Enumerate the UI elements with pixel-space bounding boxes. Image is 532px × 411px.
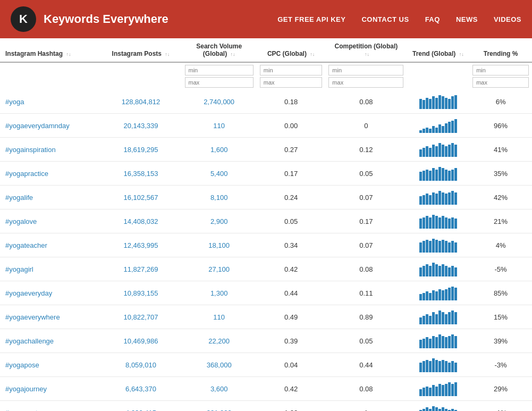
trend-bar: [435, 128, 438, 133]
col-header-trend[interactable]: Trend (Global) ↑↓: [407, 38, 469, 62]
col-header-competition[interactable]: Competition (Global) ↑↓: [325, 38, 407, 62]
cell-posts: 12,463,995: [100, 233, 181, 257]
trend-bar-chart: [412, 333, 464, 348]
cell-cpc: 1.22: [257, 401, 326, 412]
trend-bar: [442, 385, 444, 396]
table-row: #yogaeverywhere10,822,7071100.490.8915%: [0, 305, 532, 329]
cell-competition: 0.05: [325, 162, 407, 186]
trend-bar: [432, 336, 435, 348]
cell-cpc: 0.44: [257, 281, 326, 305]
trend-bar: [435, 194, 438, 205]
sort-icon-hashtag[interactable]: ↑↓: [66, 52, 71, 57]
trend-bar: [451, 241, 454, 253]
trend-bar: [454, 267, 457, 276]
cell-trend: [407, 114, 469, 138]
filter-cpc: [257, 62, 326, 90]
sort-icon-cpc[interactable]: ↑↓: [310, 52, 315, 57]
col-header-posts[interactable]: Instagram Posts ↑↓: [100, 38, 181, 62]
trend-bar: [438, 384, 441, 396]
cell-volume: 2,900: [182, 209, 257, 233]
trend-bar: [451, 311, 454, 324]
trend-bar: [448, 99, 451, 109]
trend-bar: [419, 172, 422, 181]
cell-competition: 0.08: [325, 377, 407, 401]
trend-bar: [429, 171, 432, 181]
trend-bar: [448, 382, 451, 396]
table-row: #yogaeverydamnday20,143,3391100.00096%: [0, 114, 532, 138]
trend-bar: [435, 170, 438, 181]
trend-bar: [432, 145, 435, 157]
nav-videos[interactable]: VIDEOS: [494, 15, 521, 23]
trend-bar: [429, 195, 432, 205]
trend-bar: [442, 360, 444, 372]
trend-bar: [419, 242, 422, 253]
trend-bar: [451, 143, 454, 157]
trend-bar: [435, 240, 438, 253]
nav-faq[interactable]: FAQ: [425, 15, 440, 23]
trend-bar: [445, 146, 447, 157]
trend-bar: [423, 339, 425, 348]
filter-trending: [469, 62, 532, 90]
nav-contact-us[interactable]: CONTACT US: [361, 15, 409, 23]
cell-cpc: 0.42: [257, 257, 326, 281]
trend-bar: [445, 337, 447, 348]
cell-cpc: 0.24: [257, 186, 326, 209]
col-header-hashtag[interactable]: Instagram Hashtag ↑↓: [0, 38, 100, 62]
trend-bar: [454, 145, 457, 157]
cell-posts: 4,926,415: [100, 401, 181, 412]
trend-bar-chart: [412, 190, 464, 205]
cell-volume: 1,300: [182, 281, 257, 305]
cell-competition: 0.44: [325, 353, 407, 377]
cell-volume: 2,740,000: [182, 90, 257, 114]
trend-bar: [426, 314, 428, 325]
trend-bar: [448, 219, 451, 229]
filter-trending-min[interactable]: [472, 65, 529, 76]
nav-news[interactable]: NEWS: [456, 15, 478, 23]
sort-icon-trend[interactable]: ↑↓: [459, 52, 464, 57]
cell-trending-pct: 96%: [469, 114, 532, 138]
col-header-trending[interactable]: Trending %: [469, 38, 532, 62]
trend-bar: [429, 241, 432, 253]
cell-competition: 0.89: [325, 305, 407, 329]
trend-bar: [438, 241, 441, 253]
cell-trending-pct: -3%: [469, 353, 532, 377]
cell-posts: 10,822,707: [100, 305, 181, 329]
trend-bar: [423, 129, 425, 133]
cell-cpc: 0.05: [257, 209, 326, 233]
filter-volume-min[interactable]: [185, 65, 254, 76]
table-row: #yogainspiration18,619,2951,6000.270.124…: [0, 138, 532, 162]
results-table: Instagram Hashtag ↑↓ Instagram Posts ↑↓ …: [0, 38, 532, 411]
filter-cpc-max[interactable]: [260, 77, 323, 88]
trend-bar: [438, 217, 441, 229]
trend-bar-chart: [412, 357, 464, 372]
filter-competition-min[interactable]: [328, 65, 403, 76]
filter-volume-max[interactable]: [185, 77, 254, 88]
trend-bar: [448, 312, 451, 324]
sort-icon-competition[interactable]: ↑↓: [365, 52, 369, 57]
sort-icon-posts[interactable]: ↑↓: [165, 52, 170, 57]
filter-competition: [325, 62, 407, 90]
trend-bar: [445, 361, 447, 372]
trend-bar: [445, 289, 447, 300]
trend-bar: [429, 266, 432, 276]
filter-trending-max[interactable]: [472, 77, 529, 88]
trend-bar: [426, 387, 428, 396]
cell-competition: 0: [325, 114, 407, 138]
trend-bar: [445, 123, 447, 133]
filter-cpc-min[interactable]: [260, 65, 323, 76]
sort-icon-volume[interactable]: ↑↓: [231, 52, 235, 57]
col-header-cpc[interactable]: CPC (Global) ↑↓: [257, 38, 326, 62]
cell-trending-pct: -5%: [469, 257, 532, 281]
cell-hashtag: #yogagirl: [0, 257, 100, 281]
nav-get-free-api-key[interactable]: GET FREE API KEY: [277, 15, 345, 23]
cell-competition: 0.11: [325, 281, 407, 305]
cell-volume: 8,100: [182, 186, 257, 209]
main-table-container: Instagram Hashtag ↑↓ Instagram Posts ↑↓ …: [0, 38, 532, 411]
col-header-volume[interactable]: Search Volume (Global) ↑↓: [182, 38, 257, 62]
filter-competition-max[interactable]: [328, 77, 403, 88]
cell-hashtag: #yoga: [0, 90, 100, 114]
trend-bar: [445, 217, 447, 229]
cell-cpc: 0.42: [257, 377, 326, 401]
trend-bar: [442, 264, 444, 276]
trend-bar: [445, 266, 447, 276]
